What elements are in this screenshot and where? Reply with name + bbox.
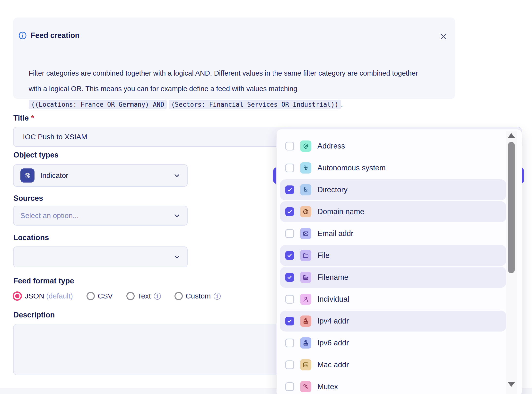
- checkbox-unchecked-icon[interactable]: [285, 295, 294, 304]
- object-type-row-directory[interactable]: Directory: [280, 179, 506, 200]
- object-types-value: Indicator: [40, 171, 68, 180]
- info-circle-icon: [18, 31, 27, 40]
- checkbox-unchecked-icon[interactable]: [285, 229, 294, 238]
- ipv6-icon: IPv6: [300, 337, 311, 349]
- checkbox-unchecked-icon[interactable]: [285, 360, 294, 369]
- format-option-label: CSV: [98, 292, 113, 300]
- checkbox-unchecked-icon[interactable]: [285, 164, 294, 172]
- checkbox-unchecked-icon[interactable]: [285, 142, 294, 150]
- object-type-row-email-addr[interactable]: Email addr: [280, 223, 506, 244]
- object-type-row-mutex[interactable]: Mutex: [280, 376, 506, 394]
- info-tooltip-icon[interactable]: i: [214, 293, 221, 300]
- description-label: Description: [13, 311, 55, 319]
- object-type-label: Email addr: [317, 229, 353, 238]
- checkbox-checked-icon[interactable]: [285, 273, 294, 282]
- format-option-text[interactable]: Texti: [126, 292, 161, 300]
- checkbox-checked-icon[interactable]: [285, 317, 294, 325]
- feed-format-type-label: Feed format type: [13, 277, 74, 285]
- address-pin-icon: [300, 140, 311, 152]
- object-type-label: Ipv6 addr: [317, 339, 349, 347]
- scrollbar-down-arrow-icon[interactable]: [508, 382, 515, 387]
- object-type-row-mac-addr[interactable]: FF:FF:FFMac addr: [280, 354, 506, 375]
- scrollbar-up-arrow-icon[interactable]: [508, 133, 515, 138]
- svg-text:FF:: FF:: [305, 363, 307, 365]
- sources-placeholder: Select an option...: [20, 211, 79, 220]
- object-type-row-autonomous-system[interactable]: Autonomous system: [280, 158, 506, 178]
- info-banner-description: Filter categories are combined together …: [29, 65, 422, 112]
- checkbox-unchecked-icon[interactable]: [285, 339, 294, 347]
- checkbox-checked-icon[interactable]: [285, 207, 294, 216]
- object-types-select[interactable]: Indicator: [13, 164, 188, 187]
- object-types-label: Object types: [13, 151, 59, 159]
- object-type-label: Individual: [317, 295, 349, 304]
- object-type-row-individual[interactable]: Individual: [280, 289, 506, 310]
- scrollbar-thumb[interactable]: [508, 142, 515, 273]
- object-type-label: Domain name: [317, 207, 364, 216]
- svg-text:FF:FF: FF:FF: [304, 365, 308, 367]
- locations-label: Locations: [13, 233, 49, 242]
- required-asterisk: *: [31, 114, 34, 122]
- filename-icon: Name: [300, 272, 311, 283]
- object-type-row-file[interactable]: File: [280, 245, 506, 266]
- object-type-label: File: [317, 251, 330, 260]
- radio-selected-icon[interactable]: [13, 291, 22, 301]
- object-type-label: Address: [317, 142, 345, 150]
- object-type-label: Mutex: [317, 382, 338, 391]
- feed-creation-dialog: Feed creation Filter categories are comb…: [0, 0, 532, 394]
- format-option-custom[interactable]: Customi: [174, 292, 221, 300]
- info-tooltip-icon[interactable]: i: [154, 293, 161, 300]
- svg-text:.com: .com: [304, 211, 307, 212]
- svg-text:Name: Name: [304, 277, 307, 278]
- format-option-csv[interactable]: CSV: [87, 292, 113, 300]
- object-type-row-domain-name[interactable]: .comDomain name: [280, 201, 506, 222]
- filter-example-code-2: (Sectors: Financial Services OR Industri…: [169, 100, 341, 109]
- chevron-down-icon: [173, 172, 181, 179]
- filter-example-code-1: ((Locations: France OR Germany) AND: [29, 100, 167, 109]
- format-option-label: JSON: [25, 292, 44, 300]
- object-type-label: Autonomous system: [317, 164, 386, 172]
- checkbox-checked-icon[interactable]: [285, 251, 294, 260]
- svg-text:IPv6: IPv6: [305, 344, 307, 345]
- mutex-icon: [300, 381, 311, 392]
- ipv4-icon: IPv4: [300, 315, 311, 327]
- object-type-row-ipv6-addr[interactable]: IPv6Ipv6 addr: [280, 333, 506, 353]
- svg-text:IPv4: IPv4: [305, 322, 307, 323]
- email-envelope-icon: [300, 228, 311, 239]
- info-banner-title: Feed creation: [31, 31, 80, 40]
- feed-format-radio-group: JSON(default)CSVTextiCustomi: [13, 290, 221, 302]
- object-type-label: Directory: [317, 185, 348, 194]
- object-types-list: AddressAutonomous systemDirectory.comDom…: [280, 136, 506, 394]
- sources-label: Sources: [13, 194, 43, 203]
- person-icon: [300, 294, 311, 305]
- format-option-suffix: (default): [46, 292, 73, 300]
- info-banner: Feed creation Filter categories are comb…: [13, 18, 455, 99]
- format-option-label: Custom: [186, 292, 211, 300]
- format-option-label: Text: [138, 292, 151, 300]
- object-type-row-filename[interactable]: NameFilename: [280, 267, 506, 288]
- radio-unselected-icon[interactable]: [87, 292, 95, 300]
- checkbox-unchecked-icon[interactable]: [285, 382, 294, 391]
- chevron-down-icon: [173, 253, 181, 261]
- radio-unselected-icon[interactable]: [126, 292, 135, 300]
- object-type-label: Mac addr: [317, 360, 349, 369]
- object-type-row-ipv4-addr[interactable]: IPv4Ipv4 addr: [280, 311, 506, 332]
- chevron-down-icon: [173, 212, 181, 219]
- fingerprint-icon: [20, 168, 35, 183]
- autonomous-system-icon: [300, 162, 311, 174]
- directory-tree-icon: [300, 184, 311, 195]
- object-type-label: Ipv4 addr: [317, 317, 349, 325]
- mac-addr-icon: FF:FF:FF: [300, 359, 311, 370]
- object-types-dropdown: AddressAutonomous systemDirectory.comDom…: [276, 129, 522, 394]
- format-option-json[interactable]: JSON(default): [13, 291, 73, 301]
- radio-unselected-icon[interactable]: [174, 292, 183, 300]
- file-folder-icon: [300, 250, 311, 261]
- object-type-row-address[interactable]: Address: [280, 136, 506, 157]
- close-icon[interactable]: [439, 32, 448, 41]
- title-label: Title*: [13, 114, 34, 123]
- locations-select[interactable]: [13, 246, 188, 267]
- sources-select[interactable]: Select an option...: [13, 206, 188, 226]
- object-type-label: Filename: [317, 273, 349, 282]
- checkbox-checked-icon[interactable]: [285, 185, 294, 194]
- domain-globe-icon: .com: [300, 206, 311, 217]
